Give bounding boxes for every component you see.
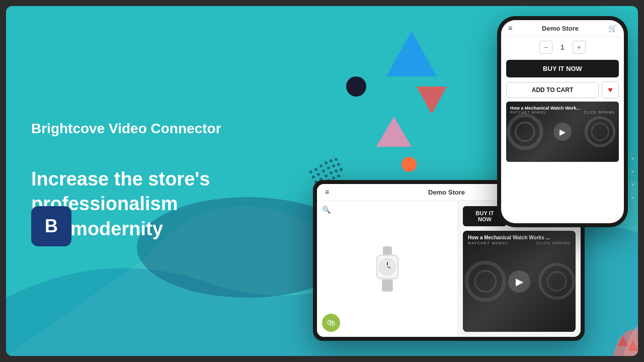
watch-image — [362, 244, 413, 294]
tagline-line1: Increase the store's — [31, 168, 210, 190]
phone-cart-row: ADD TO CART ♥ — [506, 81, 619, 99]
app-title: Brightcove Video Connector — [31, 121, 273, 137]
phone-video-inner: How a Mechanical Watch Work... RATCHET W… — [506, 102, 619, 162]
svg-point-42 — [475, 271, 496, 292]
qty-increase-button[interactable]: + — [573, 41, 586, 54]
chevron-2: ˅ — [630, 170, 635, 179]
svg-point-29 — [592, 123, 609, 140]
chevron-3: ˅ — [630, 183, 635, 192]
phone-header: ≡ Demo Store 🛒 — [501, 20, 624, 37]
tablet-menu-icon: ≡ — [325, 188, 329, 196]
deco-chevrons: ˅ ˅ ˅ ˅ — [630, 157, 635, 205]
phone-add-to-cart-button[interactable]: ADD TO CART — [506, 82, 599, 98]
shopify-badge: 🛍 — [322, 314, 340, 332]
tablet-video-thumb: How a Mechanical Watch Works ... RATCHET… — [463, 231, 576, 332]
shopify-icon: 🛍 — [327, 318, 335, 327]
tablet-left-panel: 🔍 — [317, 201, 458, 337]
svg-rect-30 — [383, 246, 392, 255]
svg-point-41 — [466, 262, 504, 300]
tablet-video-inner: How a Mechanical Watch Works ... RATCHET… — [463, 231, 576, 332]
chevron-1: ˅ — [630, 157, 635, 166]
svg-point-43 — [540, 264, 574, 298]
phone-mockup: ≡ Demo Store 🛒 − 1 + BUY IT NOW ADD TO C — [497, 16, 628, 227]
qty-value: 1 — [560, 43, 565, 51]
phone-wishlist-button[interactable]: ♥ — [602, 81, 619, 99]
tablet-search-icon: 🔍 — [322, 206, 331, 214]
right-content: ≡ Demo Store 🛒 − 1 + BUY IT NOW ADD TO C — [298, 6, 638, 356]
phone-buy-now-button[interactable]: BUY IT NOW — [506, 60, 619, 77]
tablet-video-bg-svg — [463, 231, 576, 332]
svg-point-44 — [547, 272, 566, 291]
phone-menu-icon: ≡ — [508, 24, 512, 32]
logo-letter: B — [45, 216, 58, 237]
svg-point-26 — [509, 115, 541, 148]
phone-store-name: Demo Store — [542, 25, 579, 32]
tablet-store-name: Demo Store — [428, 189, 465, 196]
main-card: ˅ ˅ ˅ ˅ Brightcove Video Connector Incre… — [6, 6, 638, 356]
chevron-4: ˅ — [630, 196, 635, 205]
left-content: Brightcove Video Connector Increase the … — [6, 90, 298, 272]
phone-video-thumb: How a Mechanical Watch Work... RATCHET W… — [506, 102, 619, 162]
phone-cart-icon: 🛒 — [608, 24, 617, 32]
logo-box: B — [31, 206, 71, 246]
svg-rect-36 — [382, 279, 393, 291]
svg-point-28 — [586, 118, 614, 146]
phone-qty-row: − 1 + — [501, 37, 624, 58]
watch-svg — [367, 246, 408, 292]
svg-point-27 — [516, 122, 534, 141]
outer-frame: ˅ ˅ ˅ ˅ Brightcove Video Connector Incre… — [0, 0, 644, 362]
qty-decrease-button[interactable]: − — [539, 41, 552, 54]
phone-video-bg-svg — [506, 102, 619, 162]
phone-screen: ≡ Demo Store 🛒 − 1 + BUY IT NOW ADD TO C — [501, 20, 624, 223]
